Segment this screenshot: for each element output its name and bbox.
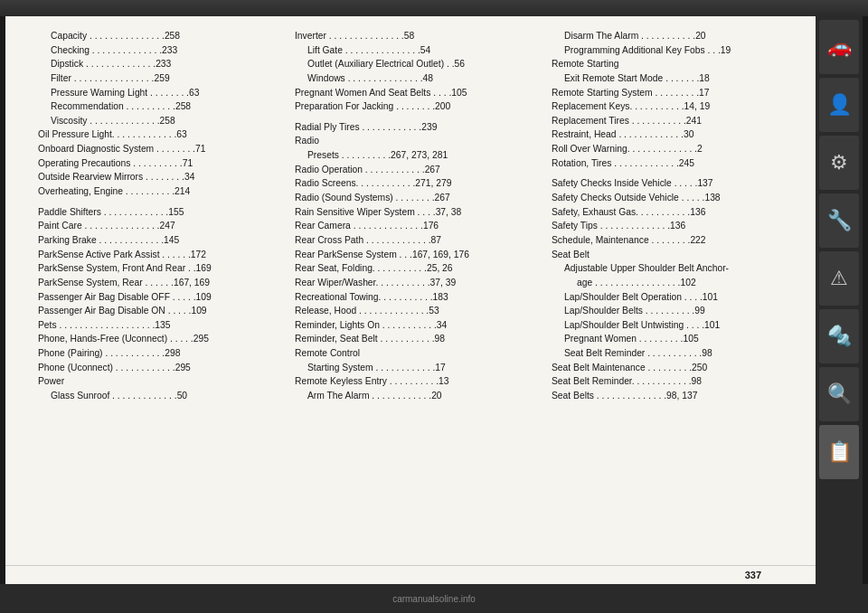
index-entry: Outlet (Auxiliary Electrical Outlet) . .… [295,57,544,71]
entry-text: Lap/Shoulder Belt Operation . . . .101 [564,292,718,302]
entry-text: Schedule, Maintenance . . . . . . . .222 [552,235,706,245]
entry-text: Recreational Towing. . . . . . . . . . .… [295,292,448,302]
index-entry: Pregnant Women . . . . . . . . .105 [552,332,801,346]
entry-text: Arm The Alarm . . . . . . . . . . . .20 [307,391,442,401]
index-entry: Glass Sunroof . . . . . . . . . . . . .5… [38,389,288,403]
index-entry: Rotation, Tires . . . . . . . . . . . . … [552,156,801,171]
index-entry: Seat Belts . . . . . . . . . . . . . .98… [552,389,801,403]
entry-text: Replacement Keys. . . . . . . . . . .14,… [552,101,710,111]
entry-text: Parking Brake . . . . . . . . . . . . .1… [38,235,179,245]
index-entry: age . . . . . . . . . . . . . . . . .102 [552,276,801,290]
entry-text: Power [38,376,64,386]
index-entry: Seat Belt Maintenance . . . . . . . . .2… [552,361,801,375]
entry-text: Radio Operation . . . . . . . . . . . .2… [295,165,440,174]
entry-text: Passenger Air Bag Disable OFF . . . . .1… [38,292,212,302]
entry-text: Pregnant Women And Seat Belts . . . .105 [295,88,467,98]
index-entry: Inverter . . . . . . . . . . . . . . .58 [295,29,544,43]
entry-text: ParkSense Active Park Assist . . . . . .… [38,250,206,259]
index-column-3: Disarm The Alarm . . . . . . . . . . .20… [552,29,808,561]
entry-text: Operating Precautions . . . . . . . . . … [38,158,193,168]
index-entry: Safety Tips . . . . . . . . . . . . . .1… [552,219,801,233]
entry-text: Viscosity . . . . . . . . . . . . . .258 [51,116,175,126]
index-entry: Windows . . . . . . . . . . . . . . .48 [295,71,544,86]
search-icon[interactable]: 🔍 [819,367,859,421]
entry-text: Radio (Sound Systems) . . . . . . . .267 [295,193,450,203]
entry-text: Outlet (Auxiliary Electrical Outlet) . .… [307,59,465,69]
entry-text: Rear Camera . . . . . . . . . . . . . .1… [295,221,439,231]
index-entry: Rear Camera . . . . . . . . . . . . . .1… [295,219,544,233]
index-entry: Lap/Shoulder Belts . . . . . . . . . .99 [552,304,801,318]
entry-text: Exit Remote Start Mode . . . . . . .18 [564,73,710,83]
entry-text: Phone, Hands-Free (Uconnect) . . . . .29… [38,334,209,344]
index-entry: Lift Gate . . . . . . . . . . . . . . .5… [295,43,544,58]
index-entry: Reminder, Seat Belt . . . . . . . . . . … [295,332,544,346]
entry-text: Seat Belt Reminder . . . . . . . . . . .… [564,348,712,358]
entry-text: Release, Hood . . . . . . . . . . . . . … [295,306,439,316]
wrench-icon[interactable]: 🔩 [819,309,859,363]
person-icon[interactable]: 👤 [819,78,859,132]
car-front-icon[interactable]: 🚗 [819,20,859,74]
entry-text: Pregnant Women . . . . . . . . .105 [564,334,699,344]
entry-text: Programming Additional Key Fobs . . .19 [564,45,731,55]
entry-text: Pressure Warning Light . . . . . . . .63 [51,88,199,98]
index-icon[interactable]: 📋 [819,425,859,479]
index-entry: Radio Operation . . . . . . . . . . . .2… [295,163,544,177]
index-entry: Lap/Shoulder Belt Operation . . . .101 [552,290,801,305]
index-entry: Power [38,374,288,389]
entry-text: Seat Belts . . . . . . . . . . . . . .98… [552,391,697,401]
entry-text: Restraint, Head . . . . . . . . . . . . … [552,129,693,139]
entry-text: Radial Ply Tires . . . . . . . . . . . .… [295,122,437,132]
index-entry: Schedule, Maintenance . . . . . . . .222 [552,233,801,248]
index-entry: Roll Over Warning. . . . . . . . . . . .… [552,142,801,156]
index-entry: Parking Brake . . . . . . . . . . . . .1… [38,233,288,248]
index-entry: Phone (Uconnect) . . . . . . . . . . . .… [38,361,288,375]
steering-icon[interactable]: 🔧 [819,193,859,248]
entry-text: Remote Starting [552,59,618,69]
entry-text: Pets . . . . . . . . . . . . . . . . . .… [38,320,171,330]
index-entry: Filter . . . . . . . . . . . . . . . .25… [38,71,288,86]
index-entry: ParkSense System, Rear . . . . . .167, 1… [38,276,288,290]
entry-text: Radio Screens. . . . . . . . . . . .271,… [295,178,451,188]
index-entry: Seat Belt [552,248,801,262]
watermark-text: carmanualsoline.info [392,594,476,604]
entry-text: Rear ParkSense System . . .167, 169, 176 [295,250,469,259]
entry-text: Seat Belt Reminder. . . . . . . . . . . … [552,376,702,386]
index-entry: Seat Belt Reminder. . . . . . . . . . . … [552,374,801,389]
index-entry: Dipstick . . . . . . . . . . . . . .233 [38,57,288,71]
entry-text: Radio [295,136,319,146]
index-entry: Radio [295,134,544,148]
index-entry: Outside Rearview Mirrors . . . . . . . .… [38,170,288,184]
index-entry: Safety Checks Inside Vehicle . . . . .13… [552,176,801,191]
entry-text: Presets . . . . . . . . . .267, 273, 281 [307,150,448,160]
entry-text: Capacity . . . . . . . . . . . . . . .25… [51,31,180,41]
entry-text: Outside Rearview Mirrors . . . . . . . .… [38,172,194,182]
index-entry: Phone (Pairing) . . . . . . . . . . . .2… [38,346,288,361]
page-wrapper: Capacity . . . . . . . . . . . . . . .25… [5,16,816,584]
settings-icon[interactable]: ⚙ [819,136,859,190]
index-entry: Passenger Air Bag Disable ON . . . . .10… [38,304,288,318]
entry-text: Rain Sensitive Wiper System . . . .37, 3… [295,207,461,217]
entry-text: Reminder, Seat Belt . . . . . . . . . . … [295,334,445,344]
entry-text: Remote Starting System . . . . . . . . .… [552,88,710,98]
entry-text: Starting System . . . . . . . . . . . .1… [307,363,446,373]
index-entry: Oil Pressure Light. . . . . . . . . . . … [38,127,288,142]
index-entry: Adjustable Upper Shoulder Belt Anchor- [552,261,801,276]
entry-text: Recommendation . . . . . . . . . .258 [51,101,191,111]
entry-text: Inverter . . . . . . . . . . . . . . .58 [295,31,414,41]
entry-text: Adjustable Upper Shoulder Belt Anchor- [564,263,729,273]
index-entry: Preparation For Jacking . . . . . . . .2… [295,99,544,114]
index-entry: Arm The Alarm . . . . . . . . . . . .20 [295,389,544,403]
index-entry: Rear Cross Path . . . . . . . . . . . . … [295,233,544,248]
warning-icon[interactable]: ⚠ [819,251,859,306]
index-entry: Pets . . . . . . . . . . . . . . . . . .… [38,318,288,333]
entry-text: Lift Gate . . . . . . . . . . . . . . .5… [307,45,430,55]
index-entry: Onboard Diagnostic System . . . . . . . … [38,142,288,156]
index-entry: Pressure Warning Light . . . . . . . .63 [38,86,288,100]
entry-text: Dipstick . . . . . . . . . . . . . .233 [51,59,171,69]
index-entry: Remote Starting [552,57,801,71]
entry-text: Passenger Air Bag Disable ON . . . . .10… [38,306,207,316]
entry-text: Safety Tips . . . . . . . . . . . . . .1… [552,221,685,231]
entry-text: Safety Checks Outside Vehicle . . . . .1… [552,193,721,203]
index-entry: Lap/Shoulder Belt Untwisting . . . .101 [552,318,801,333]
index-entry: Rear Wiper/Washer. . . . . . . . . . .37… [295,276,544,290]
